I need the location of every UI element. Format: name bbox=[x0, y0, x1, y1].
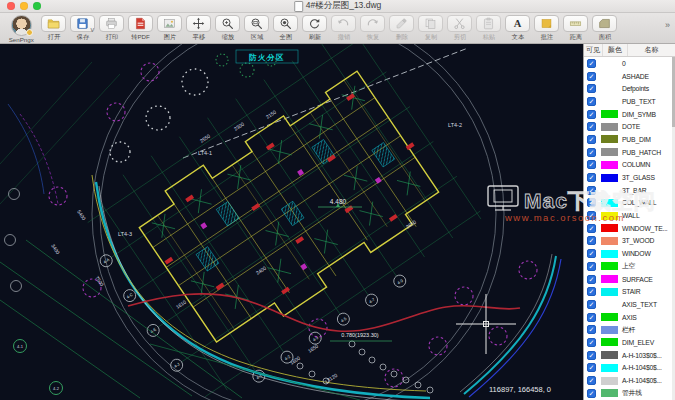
folder-button[interactable] bbox=[41, 15, 66, 32]
layer-row[interactable]: ✓A-H-104$0$... bbox=[584, 374, 675, 387]
layer-row[interactable]: ✓COL_WALL bbox=[584, 197, 675, 210]
visibility-checkbox[interactable]: ✓ bbox=[587, 313, 596, 322]
layer-row[interactable]: ✓DOTE bbox=[584, 120, 675, 133]
tool-zoom-fit[interactable]: 全图 bbox=[271, 15, 300, 43]
tool-pdf[interactable]: 转PDF bbox=[126, 15, 155, 43]
visibility-checkbox[interactable]: ✓ bbox=[587, 224, 596, 233]
layer-color-swatch[interactable] bbox=[601, 389, 618, 397]
tool-save[interactable]: v保存 bbox=[68, 15, 97, 43]
layer-row[interactable]: ✓PUB_TEXT bbox=[584, 95, 675, 108]
layer-color-swatch[interactable] bbox=[601, 174, 618, 182]
visibility-checkbox[interactable]: ✓ bbox=[587, 300, 596, 309]
layer-color-swatch[interactable] bbox=[601, 148, 618, 156]
layer-color-swatch[interactable] bbox=[601, 161, 618, 169]
visibility-checkbox[interactable]: ✓ bbox=[587, 110, 596, 119]
visibility-checkbox[interactable]: ✓ bbox=[587, 249, 596, 258]
visibility-checkbox[interactable]: ✓ bbox=[587, 363, 596, 372]
visibility-checkbox[interactable]: ✓ bbox=[587, 275, 596, 284]
layer-row[interactable]: ✓上空 bbox=[584, 260, 675, 273]
visibility-checkbox[interactable]: ✓ bbox=[587, 198, 596, 207]
layer-color-swatch[interactable] bbox=[601, 186, 618, 194]
minimize-button[interactable] bbox=[20, 2, 28, 10]
visibility-checkbox[interactable]: ✓ bbox=[587, 160, 596, 169]
tool-distance[interactable]: 距离 bbox=[561, 15, 590, 43]
dropdown-caret[interactable]: v bbox=[91, 26, 95, 33]
layer-color-swatch[interactable] bbox=[601, 237, 618, 245]
layer-row[interactable]: ✓栏杆 bbox=[584, 323, 675, 336]
layer-row[interactable]: ✓3T_GLASS bbox=[584, 171, 675, 184]
layer-row[interactable]: ✓A-H-104$0$... bbox=[584, 362, 675, 375]
layer-color-swatch[interactable] bbox=[601, 288, 618, 296]
layer-color-swatch[interactable] bbox=[601, 377, 618, 385]
drawing-canvas[interactable]: 4-14-24-34-54-74-94-A4-C4-E4-J bbox=[0, 44, 583, 400]
visibility-checkbox[interactable]: ✓ bbox=[587, 262, 596, 271]
pdf-button[interactable] bbox=[128, 15, 153, 32]
layer-color-swatch[interactable] bbox=[601, 351, 618, 359]
visibility-checkbox[interactable]: ✓ bbox=[587, 211, 596, 220]
close-button[interactable] bbox=[7, 2, 15, 10]
tool-zoom[interactable]: 缩放 bbox=[213, 15, 242, 43]
layer-color-swatch[interactable] bbox=[601, 224, 618, 232]
layer-color-swatch[interactable] bbox=[601, 326, 618, 334]
layer-row[interactable]: ✓3T_WOOD bbox=[584, 235, 675, 248]
tool-text[interactable]: 文本 bbox=[503, 15, 532, 43]
layer-row[interactable]: ✓0 bbox=[584, 57, 675, 70]
layer-row[interactable]: ✓WINDOW bbox=[584, 247, 675, 260]
distance-button[interactable] bbox=[563, 15, 588, 32]
layer-row[interactable]: ✓AXIS bbox=[584, 311, 675, 324]
layer-row[interactable]: ✓SURFACE bbox=[584, 273, 675, 286]
user-avatar[interactable] bbox=[11, 15, 32, 36]
visibility-checkbox[interactable]: ✓ bbox=[587, 135, 596, 144]
area-button[interactable] bbox=[592, 15, 617, 32]
visibility-checkbox[interactable]: ✓ bbox=[587, 173, 596, 182]
tool-zoom-region[interactable]: 区域 bbox=[242, 15, 271, 43]
zoom-button[interactable] bbox=[33, 2, 41, 10]
layer-row[interactable]: ✓3T_BAR bbox=[584, 184, 675, 197]
layer-color-swatch[interactable] bbox=[601, 300, 618, 308]
layer-row[interactable]: ✓A-H-103$0$... bbox=[584, 349, 675, 362]
layer-color-swatch[interactable] bbox=[601, 313, 618, 321]
tool-area[interactable]: 面积 bbox=[590, 15, 619, 43]
tool-refresh[interactable]: 刷新 bbox=[300, 15, 329, 43]
layer-row[interactable]: ✓Defpoints bbox=[584, 82, 675, 95]
text-button[interactable] bbox=[505, 15, 530, 32]
tool-print[interactable]: 打印 bbox=[97, 15, 126, 43]
pan-button[interactable] bbox=[186, 15, 211, 32]
print-button[interactable] bbox=[99, 15, 124, 32]
layer-color-swatch[interactable] bbox=[601, 199, 618, 207]
layer-color-swatch[interactable] bbox=[601, 97, 618, 105]
layer-color-swatch[interactable] bbox=[601, 275, 618, 283]
tool-note[interactable]: 批注 bbox=[532, 15, 561, 43]
layer-row[interactable]: ✓PUB_DIM bbox=[584, 133, 675, 146]
visibility-checkbox[interactable]: ✓ bbox=[587, 389, 596, 398]
visibility-checkbox[interactable]: ✓ bbox=[587, 97, 596, 106]
layer-color-swatch[interactable] bbox=[601, 110, 618, 118]
layer-row[interactable]: ✓WALL bbox=[584, 209, 675, 222]
zoom-button[interactable] bbox=[215, 15, 240, 32]
layer-row[interactable]: ✓管井线 bbox=[584, 387, 675, 400]
layer-row[interactable]: ✓DIM_SYMB bbox=[584, 108, 675, 121]
layer-color-swatch[interactable] bbox=[601, 123, 618, 131]
layer-color-swatch[interactable] bbox=[601, 135, 618, 143]
visibility-checkbox[interactable]: ✓ bbox=[587, 287, 596, 296]
visibility-checkbox[interactable]: ✓ bbox=[587, 325, 596, 334]
visibility-checkbox[interactable]: ✓ bbox=[587, 148, 596, 157]
refresh-button[interactable] bbox=[302, 15, 327, 32]
tool-folder[interactable]: 打开 bbox=[39, 15, 68, 43]
visibility-checkbox[interactable]: ✓ bbox=[587, 122, 596, 131]
layer-color-swatch[interactable] bbox=[601, 364, 618, 372]
layer-row[interactable]: ✓STAIR bbox=[584, 285, 675, 298]
layer-color-swatch[interactable] bbox=[601, 338, 618, 346]
tool-image[interactable]: 图片 bbox=[155, 15, 184, 43]
layer-color-swatch[interactable] bbox=[601, 59, 618, 67]
note-button[interactable] bbox=[534, 15, 559, 32]
cad-drawing[interactable]: 4-14-24-34-54-74-94-A4-C4-E4-J bbox=[0, 44, 583, 400]
layer-row[interactable]: ✓AXIS_TEXT bbox=[584, 298, 675, 311]
layer-row[interactable]: ✓WINDOW_TE... bbox=[584, 222, 675, 235]
image-button[interactable] bbox=[157, 15, 182, 32]
visibility-checkbox[interactable]: ✓ bbox=[587, 72, 596, 81]
zoom-region-button[interactable] bbox=[244, 15, 269, 32]
zoom-fit-button[interactable] bbox=[273, 15, 298, 32]
save-button[interactable]: v bbox=[70, 15, 95, 32]
visibility-checkbox[interactable]: ✓ bbox=[587, 186, 596, 195]
